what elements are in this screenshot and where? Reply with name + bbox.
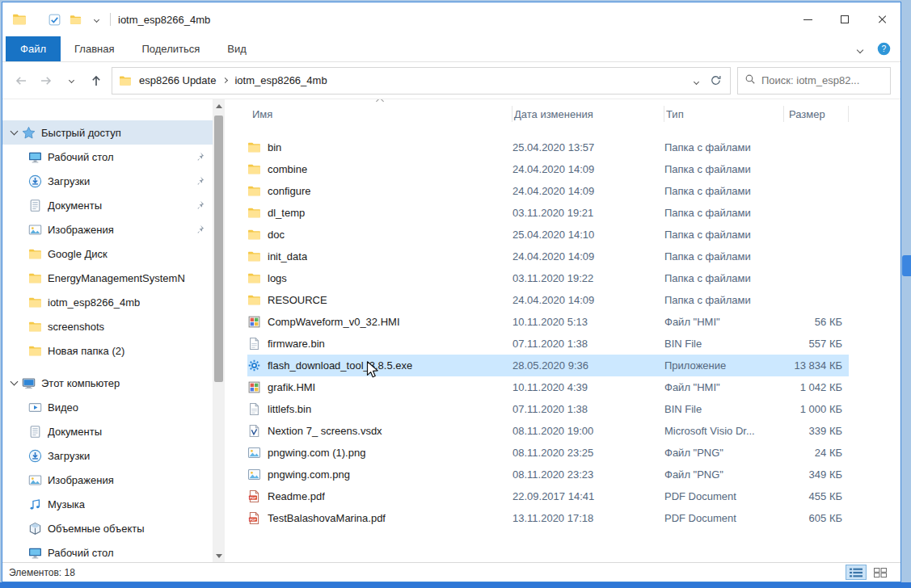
sidebar-item[interactable]: Видео xyxy=(2,395,213,419)
hmi-file-icon xyxy=(247,380,261,394)
sidebar-item[interactable]: Загрузки xyxy=(2,169,213,193)
chevron-down-icon[interactable] xyxy=(7,381,20,384)
qat-properties-button[interactable] xyxy=(48,13,61,26)
file-name: combine xyxy=(268,163,307,175)
breadcrumb-segment[interactable]: esp8266 Update xyxy=(137,74,217,86)
search-input[interactable] xyxy=(761,74,884,86)
sidebar-item[interactable]: Изображения xyxy=(2,217,213,242)
column-header-size[interactable]: Размер xyxy=(784,106,849,122)
music-icon xyxy=(28,498,42,511)
file-row[interactable]: combine 24.04.2020 14:09 Папка с файлами xyxy=(247,158,849,180)
file-size: 455 КБ xyxy=(784,490,849,502)
pictures-icon xyxy=(28,473,42,487)
sidebar-item[interactable]: Быстрый доступ xyxy=(2,120,213,145)
sidebar-item[interactable]: Этот компьютер xyxy=(2,371,213,395)
file-row[interactable]: CompWaveform_v0_32.HMI 10.11.2020 5:13 Ф… xyxy=(247,311,849,333)
sidebar-item[interactable]: Документы xyxy=(2,193,213,217)
breadcrumb-separator-icon[interactable] xyxy=(223,78,227,82)
sidebar-item[interactable]: Новая папка (2) xyxy=(2,338,213,363)
file-row[interactable]: logs 03.11.2020 19:22 Папка с файлами xyxy=(247,267,849,289)
file-name: RESOURCE xyxy=(268,294,327,306)
sidebar-item-label: Быстрый доступ xyxy=(41,127,121,139)
forward-button[interactable] xyxy=(37,72,55,90)
sidebar-item[interactable]: Документы xyxy=(2,419,213,443)
file-name: logs xyxy=(268,272,287,284)
sidebar-item-label: Видео xyxy=(48,401,78,414)
scroll-down-button[interactable] xyxy=(213,549,225,562)
scrollbar-thumb[interactable] xyxy=(214,116,223,382)
file-row[interactable]: bin 25.04.2020 13:57 Папка с файлами xyxy=(247,136,849,158)
qat-customize-dropdown[interactable] xyxy=(90,13,103,26)
background-window-artifact xyxy=(902,255,911,276)
file-row[interactable]: RESOURCE 24.04.2020 14:09 Папка с файлам… xyxy=(247,289,849,311)
back-button[interactable] xyxy=(12,72,30,90)
address-breadcrumb-bar[interactable]: esp8266 Update iotm_esp8266_4mb xyxy=(112,67,731,94)
address-bar: esp8266 Update iotm_esp8266_4mb xyxy=(2,62,900,99)
file-size: 339 КБ xyxy=(784,425,849,437)
tab-home[interactable]: Главная xyxy=(61,36,128,61)
pdf-file-icon: PDF xyxy=(247,511,261,525)
file-row[interactable]: pngwing.com (1).png 08.11.2020 23:25 Фай… xyxy=(247,442,849,464)
scroll-up-button[interactable] xyxy=(213,99,225,112)
tab-share[interactable]: Поделиться xyxy=(128,36,213,61)
tab-view[interactable]: Вид xyxy=(213,36,260,61)
file-row[interactable]: pngwing.com.png 08.11.2020 23:23 Файл "P… xyxy=(247,464,849,485)
titlebar-separator xyxy=(110,13,111,26)
file-type: Папка с файлами xyxy=(664,229,784,241)
recent-locations-dropdown[interactable] xyxy=(62,72,80,90)
file-row[interactable]: PDF TestBalashovaMarina.pdf 13.11.2020 1… xyxy=(247,507,849,529)
column-header-date-modified[interactable]: Дата изменения xyxy=(512,106,664,122)
sidebar-item[interactable]: iotm_esp8266_4mb xyxy=(2,290,213,314)
file-type: Файл "PNG" xyxy=(664,447,784,459)
file-row[interactable]: init_data 24.04.2020 14:09 Папка с файла… xyxy=(247,246,849,267)
navigation-pane: Быстрый доступ Рабочий стол Загрузки Док… xyxy=(2,99,213,562)
file-row[interactable]: flash_download_tool_3.8.5.exe 28.05.2020… xyxy=(247,355,849,376)
file-row[interactable]: configure 24.04.2020 14:09 Папка с файла… xyxy=(247,180,849,202)
file-name: doc xyxy=(268,229,285,241)
search-box[interactable] xyxy=(737,67,891,94)
sidebar-item[interactable]: EnergyManagementSystemN xyxy=(2,266,213,290)
breadcrumb-segment[interactable]: iotm_esp8266_4mb xyxy=(233,74,328,86)
file-row[interactable]: littlefs.bin 07.11.2020 1:38 BIN File 1 … xyxy=(247,398,849,420)
minimize-button[interactable] xyxy=(789,2,826,36)
tab-file[interactable]: Файл xyxy=(6,36,61,61)
file-size: 605 КБ xyxy=(784,512,849,524)
sidebar-item[interactable]: Изображения xyxy=(2,468,213,492)
file-row[interactable]: dl_temp 03.11.2020 19:21 Папка с файлами xyxy=(247,202,849,224)
refresh-button[interactable] xyxy=(710,74,722,86)
close-button[interactable] xyxy=(863,2,900,36)
sidebar-item[interactable]: Музыка xyxy=(2,492,213,516)
maximize-button[interactable] xyxy=(826,2,863,36)
sidebar-item-label: Изображения xyxy=(48,224,114,236)
sidebar-item[interactable]: Рабочий стол xyxy=(2,145,213,169)
file-row[interactable]: doc 25.04.2020 14:10 Папка с файлами xyxy=(247,224,849,246)
column-header-name[interactable]: Имя xyxy=(247,106,512,122)
file-row[interactable]: Nextion 7_ screens.vsdx 08.11.2020 19:00… xyxy=(247,420,849,442)
address-dropdown-button[interactable] xyxy=(694,74,698,86)
sidebar-item-label: Изображения xyxy=(48,474,114,486)
sidebar-scrollbar[interactable] xyxy=(213,99,225,562)
sidebar-item[interactable]: Рабочий стол xyxy=(2,540,213,562)
up-button[interactable] xyxy=(87,72,105,90)
file-row[interactable]: PDF Readme.pdf 22.09.2017 14:41 PDF Docu… xyxy=(247,485,849,507)
file-row[interactable]: firmware.bin 07.11.2020 1:38 BIN File 55… xyxy=(247,333,849,355)
collapse-ribbon-button[interactable] xyxy=(858,43,862,55)
file-type: Папка с файлами xyxy=(664,163,784,175)
qat-new-folder-button[interactable] xyxy=(69,13,82,26)
file-size: 56 КБ xyxy=(784,316,849,328)
details-view-button[interactable] xyxy=(846,565,867,580)
sidebar-item[interactable]: Google Диск xyxy=(2,242,213,266)
sidebar-item[interactable]: Загрузки xyxy=(2,443,213,468)
thumbnails-view-button[interactable] xyxy=(870,565,891,580)
file-date: 24.04.2020 14:09 xyxy=(512,185,664,197)
ribbon-tab-bar: Файл Главная Поделиться Вид ? xyxy=(2,36,900,62)
folder-icon xyxy=(247,184,261,198)
sidebar-item[interactable]: Объемные объекты xyxy=(2,516,213,540)
help-button[interactable]: ? xyxy=(877,42,891,56)
chevron-down-icon[interactable] xyxy=(7,131,20,134)
column-header-type[interactable]: Тип xyxy=(664,106,784,122)
file-name: flash_download_tool_3.8.5.exe xyxy=(268,359,412,372)
window-controls xyxy=(789,2,900,36)
file-row[interactable]: grafik.HMI 10.11.2020 4:39 Файл "HMI" 1 … xyxy=(247,376,849,398)
sidebar-item[interactable]: screenshots xyxy=(2,314,213,338)
